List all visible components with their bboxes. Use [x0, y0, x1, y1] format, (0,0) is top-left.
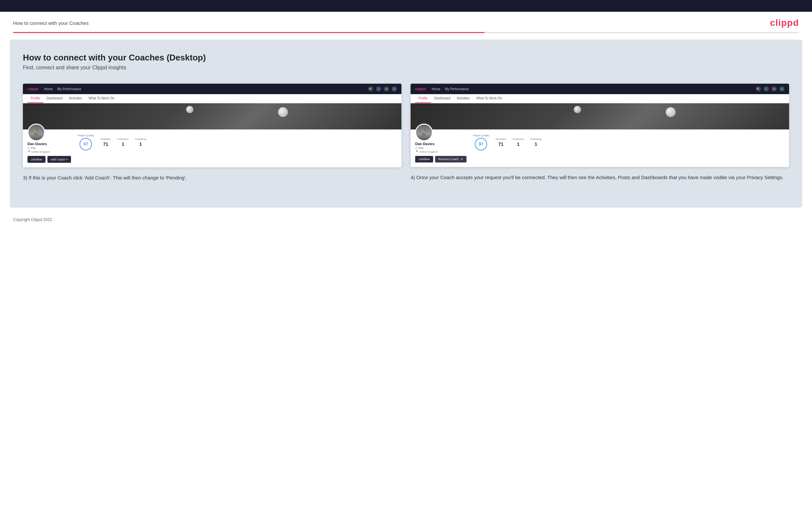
tab-profile-left[interactable]: Profile — [28, 94, 43, 103]
mock-name-left: Dan Davies — [28, 142, 71, 146]
main-heading: How to connect with your Coaches (Deskto… — [23, 53, 789, 63]
banner-circle-large-right — [666, 107, 675, 117]
mock-buttons-left: Unfollow Add Coach + — [28, 156, 71, 163]
mock-banner-right — [411, 103, 789, 129]
header-title: How to connect with your Coaches — [13, 20, 89, 26]
mock-nav-items-right: Home My Performance — [432, 87, 750, 91]
screenshot-right-box: clippd Home My Performance 🔍 👤 ⚙ 🌐 Profi… — [411, 84, 789, 167]
location-pin-icon-right: 📍 — [415, 150, 418, 153]
verified-icon-right: ✔ — [415, 147, 418, 150]
avatar-left: 🏌 — [28, 123, 45, 141]
remove-coach-button-right[interactable]: Remove Coach ✕ — [435, 156, 466, 163]
mock-tag-left: ✔ Pro — [28, 147, 71, 150]
mock-stats-left: Player Quality 97 Activities 71 Follower… — [78, 134, 397, 150]
verified-icon-left: ✔ — [28, 147, 30, 150]
mock-logo-right: clippd — [415, 87, 426, 91]
top-bar — [0, 0, 812, 12]
banner-circle-small-left — [186, 106, 193, 113]
mock-tabs-left: Profile Dashboard Activities What To Wor… — [23, 94, 401, 103]
stat-activities-right: Activities 71 — [496, 137, 506, 147]
mock-banner-left — [23, 103, 401, 129]
mock-tag-right: ✔ Pro — [415, 147, 466, 150]
mock-profile-section-left: 🏌 Dan Davies ✔ Pro 📍 United Kingdom Un — [23, 129, 401, 167]
mock-logo-left: clippd — [28, 87, 38, 91]
mock-location-right: 📍 United Kingdom — [415, 150, 466, 153]
stat-following-right: Following 1 — [530, 137, 542, 147]
caption-right: 4) Once your Coach accepts your request … — [411, 174, 789, 181]
screenshots-row: clippd Home My Performance 🔍 👤 ⚙ 🌐 Profi… — [23, 84, 789, 181]
search-icon-left[interactable]: 🔍 — [368, 86, 373, 92]
header: How to connect with your Coaches clippd — [0, 12, 812, 32]
screenshot-right-col: clippd Home My Performance 🔍 👤 ⚙ 🌐 Profi… — [411, 84, 789, 181]
mock-nav-icons-right: 🔍 👤 ⚙ 🌐 — [756, 86, 784, 92]
quality-circle-left: 97 — [80, 138, 92, 150]
mock-nav-icons-left: 🔍 👤 ⚙ 🌐 — [368, 86, 397, 92]
add-coach-button-left[interactable]: Add Coach + — [47, 156, 71, 163]
screenshot-left-col: clippd Home My Performance 🔍 👤 ⚙ 🌐 Profi… — [23, 84, 401, 181]
unfollow-button-left[interactable]: Unfollow — [28, 156, 46, 163]
tab-dashboard-right[interactable]: Dashboard — [431, 94, 453, 103]
copyright-text: Copyright Clippd 2022 — [13, 217, 52, 222]
mock-buttons-right: Unfollow Remove Coach ✕ — [415, 156, 466, 163]
stat-following-left: Following 1 — [135, 137, 146, 147]
unfollow-button-right[interactable]: Unfollow — [415, 156, 433, 163]
stat-player-quality-left: Player Quality 97 — [78, 134, 94, 150]
mock-nav-items-left: Home My Performance — [44, 87, 362, 91]
banner-circle-small-right — [574, 106, 581, 113]
stat-player-quality-right: Player Quality 97 — [473, 134, 490, 150]
stat-followers-right: Followers 1 — [513, 137, 524, 147]
screenshot-left-box: clippd Home My Performance 🔍 👤 ⚙ 🌐 Profi… — [23, 84, 401, 167]
header-divider — [13, 32, 799, 33]
mock-profile-section-right: 🏌 Dan Davies ✔ Pro 📍 United Kingdom Un — [411, 129, 789, 167]
mock-nav-left: clippd Home My Performance 🔍 👤 ⚙ 🌐 — [23, 84, 401, 94]
search-icon-right[interactable]: 🔍 — [756, 86, 761, 92]
logo: clippd — [770, 18, 799, 28]
main-subheading: Find, connect and share your Clippd insi… — [23, 65, 789, 71]
mock-location-left: 📍 United Kingdom — [28, 150, 71, 153]
mock-nav-performance-left[interactable]: My Performance — [57, 87, 81, 91]
tab-what-to-work-on-left[interactable]: What To Work On — [85, 94, 118, 103]
tab-activities-right[interactable]: Activities — [453, 94, 473, 103]
mock-nav-right: clippd Home My Performance 🔍 👤 ⚙ 🌐 — [411, 84, 789, 94]
tab-dashboard-left[interactable]: Dashboard — [43, 94, 66, 103]
profile-icon-right[interactable]: 👤 — [764, 86, 769, 92]
footer: Copyright Clippd 2022 — [0, 214, 812, 227]
mock-nav-home-right[interactable]: Home — [432, 87, 440, 91]
caption-left: 3) If this is your Coach click 'Add Coac… — [23, 174, 401, 181]
quality-circle-right: 97 — [475, 138, 487, 150]
mock-stats-right: Player Quality 97 Activities 71 Follower… — [473, 134, 784, 150]
mock-nav-home-left[interactable]: Home — [44, 87, 53, 91]
globe-icon-left[interactable]: 🌐 — [392, 86, 397, 92]
remove-coach-close-icon: ✕ — [461, 158, 463, 161]
profile-icon-left[interactable]: 👤 — [376, 86, 381, 92]
avatar-right: 🏌 — [415, 123, 433, 141]
mock-tabs-right: Profile Dashboard Activities What To Wor… — [411, 94, 789, 103]
main-content: How to connect with your Coaches (Deskto… — [10, 40, 802, 208]
tab-profile-right[interactable]: Profile — [415, 94, 431, 103]
mock-nav-performance-right[interactable]: My Performance — [445, 87, 469, 91]
stat-followers-left: Followers 1 — [117, 137, 129, 147]
stat-activities-left: Activities 71 — [100, 137, 111, 147]
banner-circle-large-left — [278, 107, 288, 117]
tab-what-to-work-on-right[interactable]: What To Work On — [473, 94, 505, 103]
mock-name-right: Dan Davies — [415, 142, 466, 146]
globe-icon-right[interactable]: 🌐 — [779, 86, 784, 92]
settings-icon-right[interactable]: ⚙ — [771, 86, 777, 92]
tab-activities-left[interactable]: Activities — [66, 94, 85, 103]
settings-icon-left[interactable]: ⚙ — [384, 86, 389, 92]
location-pin-icon-left: 📍 — [28, 150, 31, 153]
